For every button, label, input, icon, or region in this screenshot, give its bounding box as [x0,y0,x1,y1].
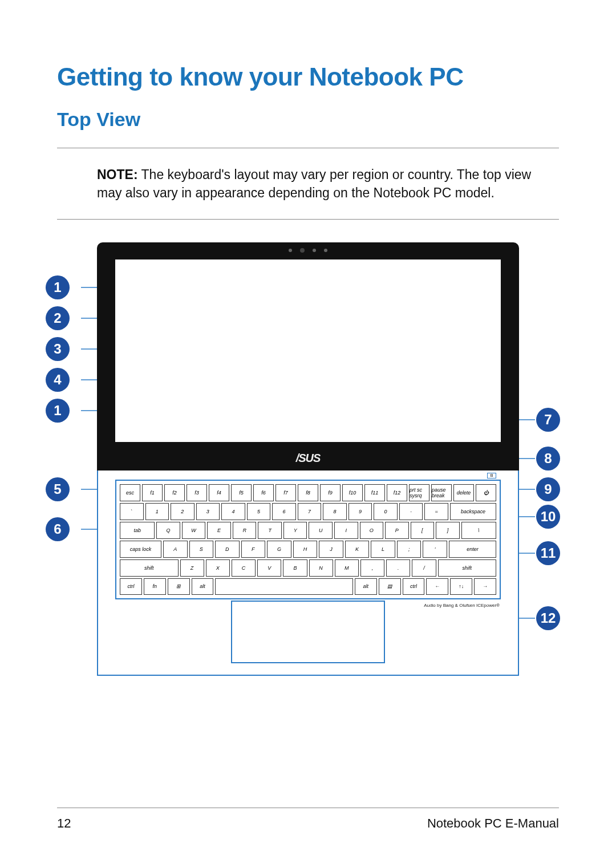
key: S [189,541,214,558]
key: I [334,522,358,539]
key: 5 [247,503,271,520]
page-number: 12 [57,816,71,831]
key: R [233,522,257,539]
key: Y [283,522,307,539]
bluetooth-indicator-icon: B [487,473,496,478]
key: H [293,541,318,558]
key: M [335,559,359,577]
callout-bubble: 8 [536,447,560,470]
key: 3 [196,503,220,520]
key: Z [180,559,204,577]
key: 1 [145,503,169,520]
arrow-right-key: → [474,578,496,595]
callout-bubble: 12 [536,606,560,630]
key: ; [397,541,422,558]
key: caps lock [120,541,161,558]
key: G [267,541,291,558]
key: 8 [323,503,347,520]
key: 9 [348,503,372,520]
mic-dot-icon [289,249,292,252]
diagram-top-view: 1 2 3 4 1 5 6 7 8 9 10 11 12 [57,242,559,676]
section-heading: Top View [57,108,559,131]
key: ⊞ [168,578,190,595]
led-dot-icon [313,249,316,252]
key: esc [120,484,140,501]
key: C [232,559,256,577]
modifier-row: ctrl fn ⊞ alt alt ▤ ctrl ← ↑↓ → [120,578,496,595]
key: B [283,559,307,577]
key: enter [449,541,496,558]
page-footer: 12 Notebook PC E-Manual [57,816,559,831]
key: J [319,541,343,558]
note-text: The keyboard's layout may vary per regio… [97,167,531,200]
power-key: ⏻ [476,484,496,501]
key: ' [423,541,447,558]
key: delete [453,484,474,501]
callout-bubble: 2 [46,306,70,330]
key: D [215,541,240,558]
key: f7 [275,484,296,501]
key: - [399,503,423,520]
callouts-right: 7 8 9 10 11 12 [536,242,570,676]
key: ] [436,522,460,539]
display-panel [115,259,501,442]
key: 2 [171,503,194,520]
key: alt [192,578,214,595]
qwerty-row: tab Q W E R T Y U I O P [ ] \ [120,522,496,539]
note-block: NOTE: The keyboard's layout may vary per… [57,148,559,220]
key: f12 [387,484,407,501]
key: f8 [298,484,318,501]
footer-rule [57,808,559,808]
page-heading: Getting to know your Notebook PC [57,63,559,91]
spacebar-key [215,578,353,595]
asdf-row: caps lock A S D F G H J K L ; ' enter [120,541,496,558]
callout-bubble: 4 [46,368,70,392]
key: shift [438,559,497,577]
key: alt [355,578,377,595]
touchpad [231,601,385,663]
key: W [182,522,206,539]
key: pause break [431,484,452,501]
callout-bubble: 1 [46,275,70,299]
key: 7 [298,503,322,520]
key: P [385,522,409,539]
key: ▤ [379,578,401,595]
key: prt sc sysrq [409,484,429,501]
laptop-figure: /SUS B esc f1 f2 f3 f4 f5 f6 f7 f8 f9 [97,242,519,676]
audio-credit: Audio by Bang & Olufsen ICEpower® [424,603,500,608]
keyboard: esc f1 f2 f3 f4 f5 f6 f7 f8 f9 f10 f11 f… [115,480,501,599]
key: T [258,522,282,539]
key: / [412,559,436,577]
key: A [163,541,188,558]
key: f4 [209,484,229,501]
key: f2 [164,484,185,501]
key: N [309,559,333,577]
key: ctrl [403,578,425,595]
key: [ [411,522,435,539]
fn-row: esc f1 f2 f3 f4 f5 f6 f7 f8 f9 f10 f11 f… [120,484,496,501]
key: Q [156,522,180,539]
arrow-left-key: ← [426,578,448,595]
key: ` [120,503,144,520]
camera-row [289,248,327,253]
key: f6 [253,484,274,501]
key: tab [120,522,155,539]
callout-bubble: 10 [536,505,560,529]
key: backspace [450,503,496,520]
key: 0 [374,503,398,520]
footer-title: Notebook PC E-Manual [427,816,559,831]
callout-bubble: 9 [536,477,560,501]
key: fn [144,578,166,595]
note-label: NOTE: [97,167,138,182]
callouts-left: 1 2 3 4 1 5 6 [46,242,80,676]
key: F [241,541,266,558]
key: f11 [364,484,385,501]
key: = [424,503,448,520]
key: f1 [142,484,163,501]
key: X [206,559,230,577]
callout-bubble: 5 [46,477,70,501]
camera-icon [300,248,305,253]
callout-bubble: 11 [536,541,560,565]
key: shift [120,559,179,577]
key: \ [461,522,496,539]
